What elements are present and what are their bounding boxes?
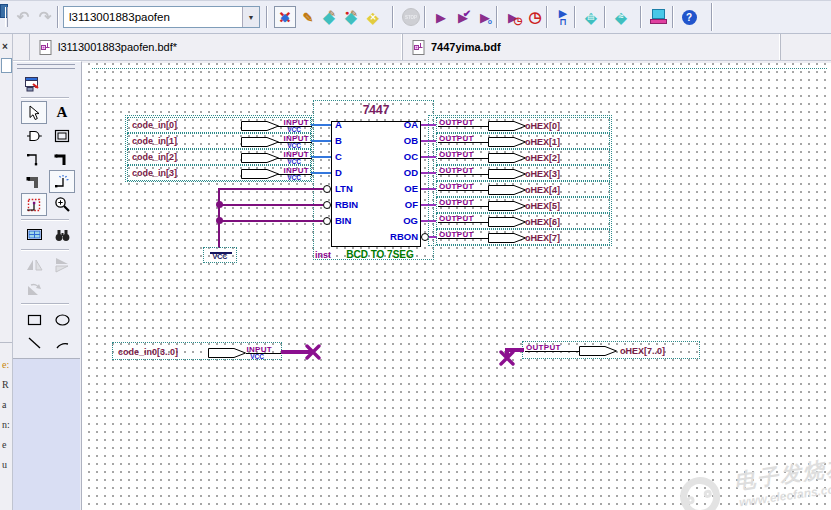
- net-wire-bin[interactable]: [219, 220, 323, 222]
- output-pin-ohex3[interactable]: OUTPUT oHEX[3]: [436, 165, 610, 181]
- chip-planner-button[interactable]: ◆✎●: [340, 6, 362, 28]
- document-tabbar: l3113001883paofen.bdf* 7447yima.bdf: [13, 34, 831, 61]
- panel-text-fragment: R: [2, 379, 9, 390]
- selection-tool-button[interactable]: [21, 101, 47, 124]
- schematic-canvas[interactable]: code_in[0] INPUT VCC code_in[1] INPUT VC…: [82, 63, 831, 510]
- tab-l3113001883paofen[interactable]: l3113001883paofen.bdf*: [30, 34, 403, 60]
- pin-name: code_in[0]: [132, 120, 177, 130]
- bus-input-pin[interactable]: code_in0[3..0] INPUT VCC: [112, 342, 282, 360]
- stop-icon: STOP: [402, 8, 420, 26]
- gate-symbol-icon: [26, 128, 43, 144]
- start-compilation-button[interactable]: ▶: [430, 6, 452, 28]
- panel-close-icon[interactable]: ×: [2, 42, 8, 52]
- inversion-bubble: [323, 217, 331, 225]
- block-tool-button[interactable]: [49, 124, 75, 147]
- redo-button[interactable]: ↷: [34, 6, 56, 28]
- orthogonal-bus-tool-button[interactable]: [49, 147, 75, 170]
- net-wire-rbin[interactable]: [219, 204, 323, 206]
- net-wire-ltn[interactable]: [219, 188, 323, 190]
- orthogonal-node-tool-button[interactable]: [21, 147, 47, 170]
- toolbar-separator: [21, 219, 69, 220]
- combo-dropdown-button[interactable]: ▼: [242, 7, 259, 27]
- panel-combo-sliver[interactable]: [1, 58, 12, 73]
- zoom-tool-button[interactable]: [49, 193, 75, 216]
- project-selector[interactable]: l3113001883paofen ▼: [63, 6, 260, 28]
- settings-button[interactable]: ✕◆: [274, 6, 296, 28]
- ellipse-tool-button[interactable]: [49, 308, 75, 331]
- vcc-symbol[interactable]: VCC: [203, 247, 237, 263]
- full-screen-tool-button[interactable]: [21, 223, 47, 246]
- rectangle-tool-button[interactable]: [21, 308, 47, 331]
- symbol-pin-label: OE: [342, 183, 418, 194]
- programmer-button[interactable]: [648, 6, 670, 28]
- timequest-button[interactable]: ◷: [524, 6, 546, 28]
- stopwatch-icon: ◷: [528, 8, 541, 26]
- input-pin-code_in3[interactable]: code_in[3] INPUT VCC: [127, 165, 311, 181]
- pin-name: code_in0[3..0]: [118, 347, 178, 357]
- pin-name: code_in[1]: [132, 136, 177, 146]
- toolbar-end-divider: [711, 3, 713, 31]
- pin-name: oHEX[4]: [525, 185, 560, 195]
- wire-junction-dot: [216, 201, 223, 208]
- text-tool-button[interactable]: A: [49, 101, 75, 124]
- flip-vertical-button[interactable]: [49, 253, 75, 276]
- input-pin-arrow-icon: [241, 121, 279, 131]
- output-pin-ohex0[interactable]: OUTPUT oHEX[0]: [436, 117, 610, 133]
- block-icon: [54, 128, 70, 144]
- schematic-toolbar-gripper[interactable]: [17, 64, 75, 69]
- report-icon: ◆▤: [581, 7, 601, 27]
- flip-vertical-icon: [54, 257, 71, 273]
- compilation-report-button[interactable]: ◆▤: [580, 6, 602, 28]
- symbol-pin-label: OA: [342, 119, 418, 130]
- output-pin-ohex5[interactable]: OUTPUT oHEX[5]: [436, 197, 610, 213]
- input-pin-code_in0[interactable]: code_in[0] INPUT VCC: [127, 117, 311, 133]
- output-pin-ohex6[interactable]: OUTPUT oHEX[6]: [436, 213, 610, 229]
- stop-processing-button[interactable]: STOP: [400, 6, 422, 28]
- symbol-tool-button[interactable]: [21, 124, 47, 147]
- tab-7447yima[interactable]: 7447yima.bdf: [403, 34, 781, 60]
- bus-output-pin[interactable]: OUTPUT oHEX[7..0]: [522, 341, 700, 359]
- netlist-viewer-icon: ◆≈: [611, 7, 631, 27]
- simulator-button[interactable]: ▶⊓: [552, 6, 574, 28]
- symbol-pin-label: OF: [342, 199, 418, 210]
- start-timing-analyzer-button[interactable]: ▶◷: [502, 6, 524, 28]
- help-button[interactable]: ?: [678, 6, 700, 28]
- netlist-viewer-button[interactable]: ◆≈: [610, 6, 632, 28]
- partial-line-selection-tool-button[interactable]: [21, 193, 47, 216]
- orthogonal-conduit-tool-button[interactable]: [21, 170, 47, 193]
- symbol-pin-label: RBON: [342, 231, 418, 242]
- dangling-connection-x-icon[interactable]: [305, 344, 321, 360]
- detach-window-button[interactable]: [19, 72, 45, 95]
- toolbar-separator: [604, 6, 606, 28]
- flip-horizontal-button[interactable]: [21, 253, 47, 276]
- start-analysis-synthesis-button[interactable]: ▶✔: [452, 6, 474, 28]
- rubberbanding-tool-button[interactable]: [49, 170, 75, 193]
- pin-wire: [438, 174, 488, 175]
- design-partitions-icon: ◆✕: [363, 7, 383, 27]
- design-partitions-button[interactable]: ◆✕: [362, 6, 384, 28]
- output-pin-ohex4[interactable]: OUTPUT oHEX[4]: [436, 181, 610, 197]
- line-tool-button[interactable]: [21, 331, 47, 354]
- undo-button[interactable]: ↶: [12, 6, 34, 28]
- input-pin-code_in1[interactable]: code_in[1] INPUT VCC: [127, 133, 311, 149]
- rotate-90-button[interactable]: [21, 277, 47, 300]
- vcc-label: VCC: [250, 353, 264, 360]
- text-tool-icon: A: [57, 104, 68, 121]
- undo-icon: ↶: [17, 8, 30, 26]
- arc-tool-button[interactable]: [49, 331, 75, 354]
- instance-label: inst: [315, 250, 331, 260]
- output-pin-ohex7[interactable]: OUTPUT oHEX[7]: [436, 229, 610, 245]
- assignment-editor-button[interactable]: ✎: [297, 6, 319, 28]
- output-pin-ohex2[interactable]: OUTPUT oHEX[2]: [436, 149, 610, 165]
- dangling-connection-x-icon[interactable]: [499, 350, 515, 366]
- output-pin-ohex1[interactable]: OUTPUT oHEX[1]: [436, 133, 610, 149]
- left-docked-panel-sliver: × e: R a n: e u: [0, 34, 13, 510]
- input-pin-code_in2[interactable]: code_in[2] INPUT VCC: [127, 149, 311, 165]
- bdf-file-icon: [39, 40, 52, 55]
- pin-wire: [525, 351, 581, 352]
- find-tool-button[interactable]: [49, 223, 75, 246]
- pin-name: oHEX[7]: [525, 233, 560, 243]
- toolbar-separator: [496, 6, 498, 28]
- start-fitter-button[interactable]: ▶o: [474, 6, 496, 28]
- toolbar-gripper[interactable]: [5, 7, 8, 27]
